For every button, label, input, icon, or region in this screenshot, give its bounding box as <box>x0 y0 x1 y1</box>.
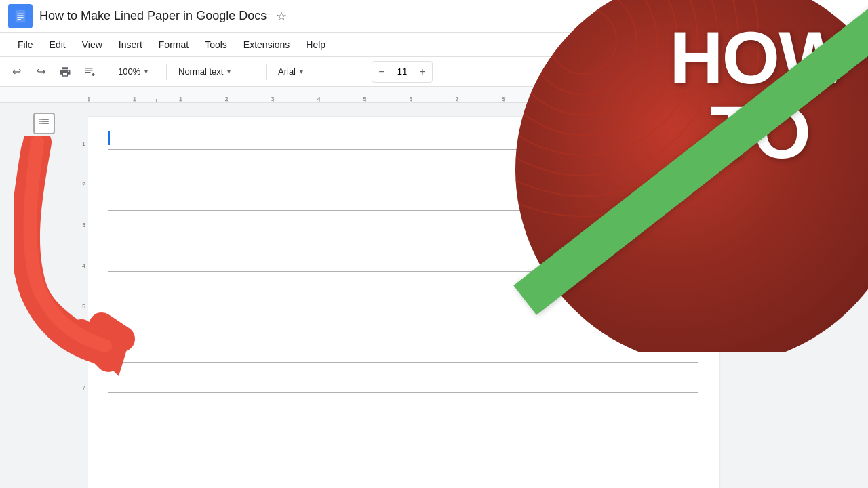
text-style-value: Normal text <box>178 66 223 77</box>
star-icon[interactable]: ☆ <box>276 9 287 24</box>
page-line <box>108 210 698 211</box>
menu-format[interactable]: Format <box>152 37 195 53</box>
menu-bar: File Edit View Insert Format Tools Exten… <box>0 33 868 57</box>
page-line <box>108 271 698 272</box>
font-size-increase-button[interactable]: + <box>413 61 432 83</box>
ruler-mark: 9 <box>547 96 551 102</box>
page-line <box>108 241 698 241</box>
document-area[interactable] <box>88 103 868 488</box>
page-line <box>108 180 698 180</box>
outline-icon[interactable] <box>33 113 55 134</box>
menu-extensions[interactable]: Extensions <box>237 37 296 53</box>
menu-edit[interactable]: Edit <box>43 37 73 53</box>
ruler-mark: 7 <box>455 96 458 102</box>
main-content: 1 2 3 4 5 6 7 <box>0 103 868 488</box>
toolbar-divider-3 <box>266 64 267 80</box>
ruler-mark: 6 <box>409 96 412 102</box>
zoom-selector[interactable]: 100% ▾ <box>112 61 161 83</box>
ruler-num-1: 1 <box>82 140 85 147</box>
style-arrow: ▾ <box>227 68 231 75</box>
page-line <box>108 362 698 363</box>
toolbar-divider-1 <box>106 64 106 80</box>
toolbar: ↩ ↪ 100% ▾ Normal text ▾ Arial ▾ − + <box>0 57 868 87</box>
font-selector[interactable]: Arial ▾ <box>272 61 360 83</box>
ruler-num-5: 5 <box>82 303 85 310</box>
ruler-num-6: 6 <box>82 344 85 350</box>
zoom-value: 100% <box>118 66 140 77</box>
text-style-selector[interactable]: Normal text ▾ <box>172 61 260 83</box>
ruler-num-7: 7 <box>82 384 85 391</box>
ruler-mark: 8 <box>501 96 505 102</box>
font-value: Arial <box>278 66 296 77</box>
ruler-mark: 1 <box>132 96 136 102</box>
ruler-mark: 1 <box>178 96 182 102</box>
font-size-control: − + <box>372 61 433 83</box>
text-cursor <box>108 131 110 145</box>
vertical-ruler: 1 2 3 4 5 6 7 <box>75 103 88 488</box>
ruler: 2 1 1 2 3 4 5 6 7 8 9 10 <box>0 87 868 103</box>
menu-help[interactable]: Help <box>299 37 332 53</box>
page-line <box>108 149 698 150</box>
left-margin: 1 2 3 4 5 6 7 <box>0 103 88 488</box>
ruler-mark: 5 <box>363 96 366 102</box>
app-icon <box>8 4 33 28</box>
title-bar: How to Make Lined Paper in Google Docs ☆ <box>0 0 868 33</box>
format-paint-button[interactable] <box>79 61 100 83</box>
svg-rect-1 <box>16 9 26 22</box>
menu-view[interactable]: View <box>75 37 109 53</box>
ruler-num-4: 4 <box>82 262 85 269</box>
font-size-input[interactable] <box>391 66 413 77</box>
font-size-decrease-button[interactable]: − <box>372 61 391 83</box>
ruler-num-2: 2 <box>82 181 85 188</box>
ruler-mark: 2 <box>224 96 228 102</box>
ruler-mark: 10 <box>592 96 599 102</box>
menu-insert[interactable]: Insert <box>112 37 149 53</box>
document-page[interactable] <box>88 117 719 488</box>
font-arrow: ▾ <box>300 68 303 75</box>
ruler-content: 2 1 1 2 3 4 5 6 7 8 9 10 <box>88 87 868 102</box>
document-title[interactable]: How to Make Lined Paper in Google Docs <box>39 9 267 23</box>
toolbar-divider-2 <box>166 64 167 80</box>
page-line <box>108 392 698 393</box>
zoom-arrow: ▾ <box>144 68 148 75</box>
ruler-mark: 2 <box>88 96 90 102</box>
ruler-num-3: 3 <box>82 222 85 228</box>
redo-button[interactable]: ↪ <box>30 61 52 83</box>
ruler-mark: 4 <box>317 96 320 102</box>
menu-file[interactable]: File <box>11 37 40 53</box>
undo-button[interactable]: ↩ <box>5 61 27 83</box>
toolbar-divider-4 <box>366 64 366 80</box>
print-button[interactable] <box>54 61 76 83</box>
menu-tools[interactable]: Tools <box>198 37 234 53</box>
page-line <box>108 302 698 302</box>
ruler-mark: 3 <box>271 96 274 102</box>
